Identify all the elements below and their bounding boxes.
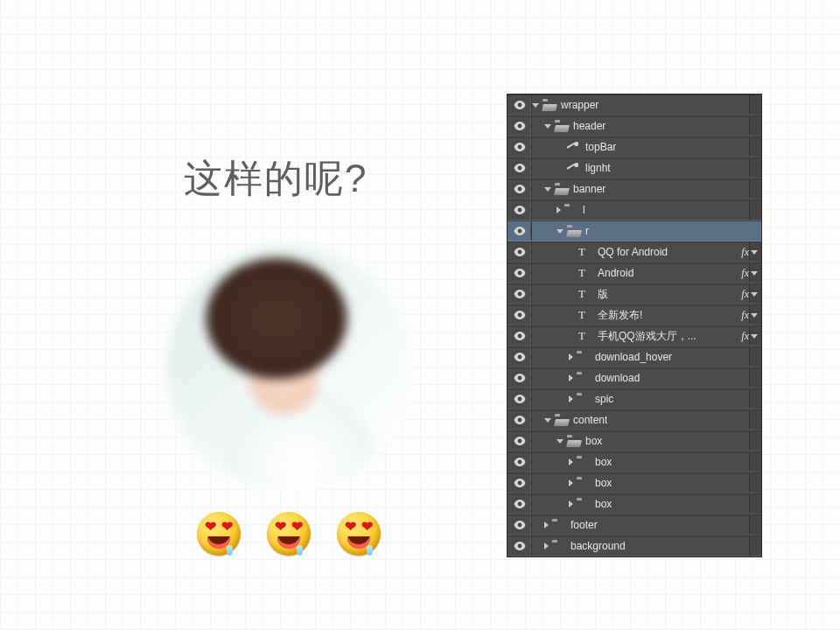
expand-arrow-icon[interactable] [556,206,561,214]
text-layer-icon: T [578,309,592,321]
visibility-toggle[interactable] [508,347,532,367]
folder-open-icon [566,435,580,447]
visibility-toggle[interactable] [508,431,532,451]
layer-row[interactable]: download [508,368,761,388]
folder-icon [576,498,590,510]
visibility-toggle[interactable] [508,389,532,409]
layer-effects-indicator[interactable]: fx [741,326,758,346]
expand-arrow-icon[interactable] [544,187,551,192]
visibility-toggle[interactable] [508,95,532,115]
layer-row[interactable]: box [508,430,761,452]
expand-arrow-icon[interactable] [569,458,573,466]
layer-row[interactable]: l [508,200,761,220]
visibility-toggle[interactable] [508,515,532,535]
svg-point-12 [517,355,522,360]
chevron-down-icon [751,313,758,318]
layer-effects-indicator[interactable]: fx [741,263,758,283]
expand-arrow-icon[interactable] [569,374,573,382]
layer-row[interactable]: box [508,472,761,494]
svg-point-1 [517,124,522,129]
layer-row[interactable]: footer [508,514,761,536]
layer-label: wrapper [561,99,598,111]
shape-layer-icon [566,162,580,174]
layer-row[interactable]: r [508,220,761,242]
svg-point-20 [517,523,522,528]
svg-point-4 [517,187,522,192]
expand-arrow-icon[interactable] [544,124,551,129]
expand-arrow-icon[interactable] [569,354,573,360]
visibility-toggle[interactable] [508,200,532,220]
layer-row[interactable]: T手机QQ游戏大厅，...fx [508,326,761,346]
visibility-toggle[interactable] [508,473,532,493]
svg-point-6 [517,229,522,234]
folder-icon [551,540,565,552]
layers-panel[interactable]: wrapperheadertopBarlignhtbannerlrTQQ for… [508,94,761,556]
folder-icon [576,372,590,384]
expand-arrow-icon[interactable] [544,542,549,550]
layer-row[interactable]: T全新发布!fx [508,304,761,326]
layer-row[interactable]: T版fx [508,284,761,304]
chevron-down-icon [751,250,758,255]
visibility-toggle[interactable] [508,536,532,556]
svg-point-16 [517,439,522,444]
visibility-toggle[interactable] [508,158,532,178]
folder-open-icon [554,120,568,132]
expand-arrow-icon[interactable] [569,480,573,486]
chevron-down-icon [751,271,758,276]
layer-label: header [573,120,606,132]
svg-point-8 [517,271,522,276]
layer-row[interactable]: spic [508,388,761,410]
layer-label: spic [595,393,613,405]
expand-arrow-icon[interactable] [556,439,564,444]
layer-label: QQ for Android [598,246,668,258]
layer-label: box [595,498,612,510]
layer-effects-indicator[interactable]: fx [741,242,758,262]
layer-row[interactable]: TAndroidfx [508,262,761,284]
folder-open-icon [554,183,568,195]
svg-point-9 [517,292,522,297]
visibility-toggle[interactable] [508,221,532,241]
visibility-toggle[interactable] [508,284,532,304]
visibility-toggle[interactable] [508,305,532,325]
layer-label: 版 [598,287,608,302]
expand-arrow-icon[interactable] [556,229,564,234]
layer-row[interactable]: wrapper [508,94,761,116]
svg-point-5 [517,208,522,213]
layer-row[interactable]: TQQ for Androidfx [508,242,761,262]
layer-row[interactable]: background [508,536,761,556]
visibility-toggle[interactable] [508,410,532,430]
visibility-toggle[interactable] [508,494,532,514]
text-layer-icon: T [578,267,592,279]
visibility-toggle[interactable] [508,179,532,199]
expand-arrow-icon[interactable] [532,103,539,108]
layer-row[interactable]: box [508,494,761,514]
visibility-toggle[interactable] [508,137,532,157]
layer-label: content [573,414,607,426]
layer-label: 手机QQ游戏大厅，... [598,329,696,344]
layer-row[interactable]: header [508,116,761,136]
expand-arrow-icon[interactable] [569,500,573,508]
expand-arrow-icon[interactable] [544,418,551,423]
visibility-toggle[interactable] [508,452,532,472]
layer-effects-indicator[interactable]: fx [741,305,758,325]
layer-row[interactable]: banner [508,178,761,200]
layer-row[interactable]: topBar [508,136,761,158]
visibility-toggle[interactable] [508,263,532,283]
visibility-toggle[interactable] [508,242,532,262]
layer-effects-indicator[interactable]: fx [741,284,758,304]
visibility-toggle[interactable] [508,368,532,388]
layer-row[interactable]: box [508,452,761,472]
folder-icon [576,393,590,405]
visibility-toggle[interactable] [508,326,532,346]
expand-arrow-icon[interactable] [569,396,573,402]
layer-label: background [570,540,626,552]
visibility-toggle[interactable] [508,116,532,136]
shape-layer-icon [566,141,580,153]
expand-arrow-icon[interactable] [544,522,549,528]
layer-row[interactable]: lignht [508,158,761,178]
layer-label: download [595,372,640,384]
layer-row[interactable]: content [508,410,761,430]
layer-label: box [585,435,602,447]
chevron-down-icon [751,292,758,297]
layer-row[interactable]: download_hover [508,346,761,368]
